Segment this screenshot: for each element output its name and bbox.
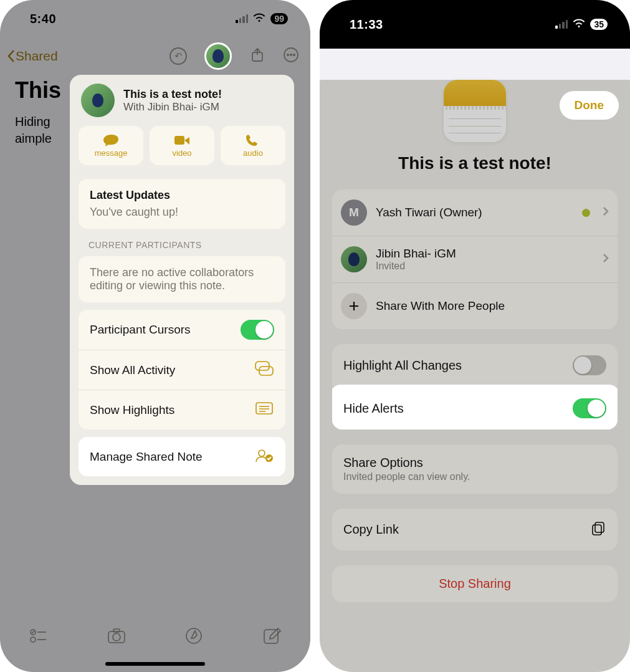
svg-rect-5 [174,136,184,145]
collaboration-popover: This is a test note! With Jibin Bhai- iG… [70,75,294,485]
status-time: 11:33 [350,17,383,32]
left-screenshot: 5:40 99 Shared ↶ This Hiding aimple This… [0,0,310,672]
sheet-title: This is a test note! [320,153,630,173]
notes-nav-bar: Shared ↶ [0,37,310,77]
participant-cursors-toggle[interactable] [241,320,274,340]
wifi-icon [573,17,585,32]
owner-row[interactable]: M Yash Tiwari (Owner) [332,190,618,236]
svg-rect-6 [255,362,269,370]
invited-row[interactable]: Jibin Bhai- iGMInvited [332,236,618,283]
share-options-row[interactable]: Share Options Invited people can view on… [332,444,618,494]
status-bar: 11:33 35 [320,0,630,49]
invited-avatar [341,246,367,272]
cellular-icon [236,14,248,23]
svg-rect-26 [595,522,604,532]
show-highlights-row[interactable]: Show Highlights [79,390,285,430]
people-list: M Yash Tiwari (Owner) Jibin Bhai- iGMInv… [332,190,618,329]
popover-title: This is a test note! [123,88,222,101]
stop-sharing-row[interactable]: Stop Sharing [332,565,618,602]
message-button[interactable]: message [79,126,143,165]
svg-point-3 [290,54,292,55]
svg-rect-25 [593,525,601,535]
show-all-activity-row[interactable]: Show All Activity [79,350,285,390]
alerts-list: Highlight All Changes Hide Alerts [332,344,618,430]
camera-icon[interactable] [107,626,126,648]
participants-label: CURRENT PARTICIPANTS [88,240,275,250]
share-icon[interactable] [249,47,265,65]
svg-point-4 [294,54,295,55]
svg-rect-20 [113,629,120,632]
compose-icon[interactable] [262,626,282,648]
svg-point-16 [31,637,36,642]
notes-app-icon [444,80,506,142]
copy-icon [590,520,606,539]
svg-rect-8 [256,403,272,414]
manage-shared-note-row[interactable]: Manage Shared Note [79,437,285,476]
owner-avatar: M [341,199,367,226]
latest-updates-section: Latest Updates You've caught up! [79,179,285,229]
copy-link-row[interactable]: Copy Link [332,509,618,550]
stop-sharing-list: Stop Sharing [332,565,618,602]
chevron-right-icon [603,206,609,219]
status-time: 5:40 [30,12,56,26]
svg-point-2 [287,54,289,55]
svg-rect-22 [264,630,278,643]
participants-section: There are no active collaborators editin… [79,256,285,302]
svg-point-19 [113,633,120,641]
share-more-row[interactable]: Share With More People [332,283,618,329]
more-icon[interactable] [283,47,299,65]
svg-point-21 [186,628,201,643]
svg-point-12 [259,450,265,456]
back-button[interactable]: Shared [6,49,58,64]
video-button[interactable]: video [150,126,214,165]
markup-icon[interactable] [184,626,204,648]
home-indicator [105,662,205,666]
audio-button[interactable]: audio [221,126,285,165]
hide-alerts-row[interactable]: Hide Alerts [332,387,618,430]
battery-icon: 35 [590,19,608,30]
activity-icon [254,360,274,380]
battery-icon: 99 [270,13,288,24]
wifi-icon [253,12,265,26]
popover-subtitle: With Jibin Bhai- iGM [123,101,222,113]
done-button[interactable]: Done [562,94,617,117]
plus-icon [341,293,367,319]
checklist-icon[interactable] [29,626,49,648]
share-options-list: Share Options Invited people can view on… [332,444,618,494]
manage-icon [254,447,274,466]
presence-dot-icon [582,209,590,217]
copy-link-list: Copy Link [332,509,618,550]
cellular-icon [555,20,568,29]
svg-rect-7 [259,367,273,375]
popover-avatar [81,84,115,117]
hide-alerts-toggle[interactable] [573,398,606,418]
highlights-icon [254,400,274,420]
status-bar: 5:40 99 [0,0,310,37]
chevron-right-icon [603,253,609,266]
right-screenshot: 11:33 35 Done This is a test note! M Yas… [320,0,630,672]
collaborator-avatar[interactable] [204,42,232,70]
highlight-changes-toggle[interactable] [573,355,606,375]
participant-cursors-row[interactable]: Participant Cursors [79,310,285,350]
highlight-changes-row[interactable]: Highlight All Changes [332,344,618,387]
undo-icon[interactable]: ↶ [169,47,187,65]
